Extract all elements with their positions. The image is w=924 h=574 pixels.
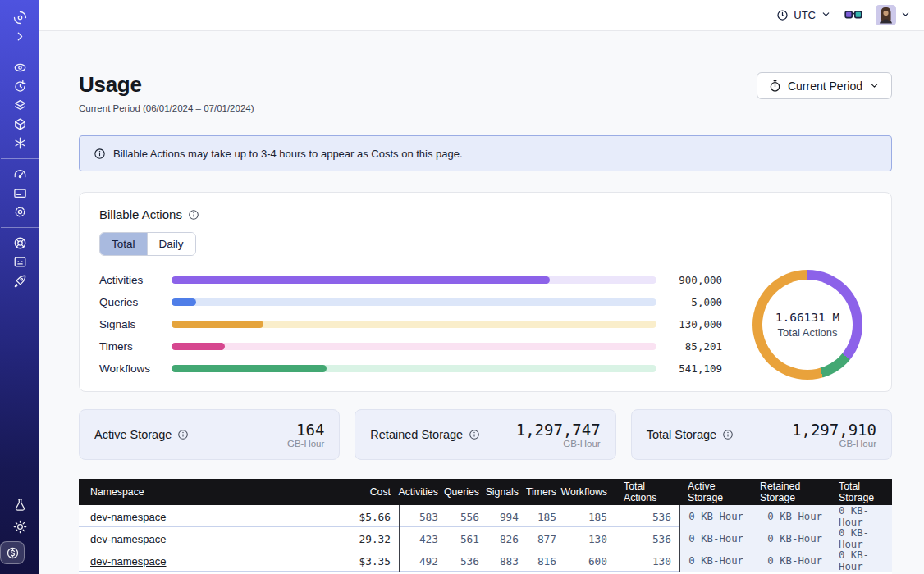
clock-icon <box>776 9 789 21</box>
column-header-total-actions: Total Actions <box>615 479 679 505</box>
cell-namespace: dev-namespace <box>79 549 325 572</box>
bar-row-workflows: Workflows541,109 <box>99 358 722 380</box>
main-content: Usage Current Period (06/01/2024 – 07/01… <box>39 31 924 574</box>
column-header-retained-storage: Retained Storage <box>752 479 830 505</box>
glasses-icon <box>844 9 862 21</box>
billing-card-icon[interactable] <box>0 184 39 203</box>
namespace-link[interactable]: dev-namespace <box>90 555 167 567</box>
bar-value: 5,000 <box>656 296 722 308</box>
chevron-down-icon <box>900 8 911 23</box>
bar-fill <box>172 276 550 284</box>
cell-signals: 826 <box>487 527 527 550</box>
billable-bar-chart: Activities900,000Queries5,000Signals130,… <box>99 269 722 380</box>
cell-namespace: dev-namespace <box>79 505 325 528</box>
chevron-right-icon[interactable] <box>0 27 39 46</box>
column-header-namespace: Namespace <box>79 479 325 505</box>
demo-glasses-button[interactable] <box>844 9 862 21</box>
bar-row-activities: Activities900,000 <box>99 269 722 291</box>
page-title: Usage <box>79 72 254 98</box>
bar-label: Timers <box>99 340 172 353</box>
cell-total-actions: 536 <box>615 505 679 528</box>
usage-coin-icon[interactable] <box>1 542 24 564</box>
bar-track <box>172 298 656 306</box>
history-clock-icon[interactable] <box>0 77 39 96</box>
column-header-timers: Timers <box>527 479 565 505</box>
cell-queries: 536 <box>446 549 487 572</box>
cell-activities: 423 <box>399 527 446 550</box>
sidebar <box>0 0 39 574</box>
column-header-cost: Cost <box>325 479 399 505</box>
cell-signals: 994 <box>487 505 527 528</box>
cell-workflows: 130 <box>565 527 615 550</box>
cell-activities: 583 <box>399 505 446 528</box>
user-menu[interactable] <box>876 5 911 25</box>
theme-sun-icon[interactable] <box>0 516 39 538</box>
bar-track <box>172 365 656 372</box>
billable-actions-card: Billable Actions TotalDaily Activities90… <box>79 192 892 392</box>
rocket-icon[interactable] <box>0 271 39 290</box>
sidebar-divider <box>1 227 39 228</box>
retained-storage-card: Retained Storage 1,297,747 GB-Hour <box>355 409 615 460</box>
timezone-select[interactable]: UTC <box>776 9 831 22</box>
cell-active-storage: 0 KB-Hour <box>679 505 752 528</box>
retained-storage-value: 1,297,747 <box>516 421 601 438</box>
total-storage-value: 1,297,910 <box>792 421 876 438</box>
gauge-icon[interactable] <box>0 165 39 184</box>
feedback-console-icon[interactable] <box>0 253 39 271</box>
bar-value: 541,109 <box>656 362 722 375</box>
table-row: dev-namespace29.324235618268771305360 KB… <box>79 527 892 549</box>
cell-timers: 816 <box>527 549 565 572</box>
cell-retained-storage: 0 KB-Hour <box>752 527 830 550</box>
cell-workflows: 600 <box>565 549 615 572</box>
layers-icon[interactable] <box>0 96 39 115</box>
eye-icon[interactable] <box>0 58 39 77</box>
lab-flask-icon[interactable] <box>0 494 39 516</box>
chevron-down-icon <box>869 80 880 91</box>
info-icon[interactable] <box>469 429 480 440</box>
column-header-active-storage: Active Storage <box>679 479 752 505</box>
cell-activities: 492 <box>399 549 446 572</box>
tab-daily[interactable]: Daily <box>147 233 195 255</box>
bar-row-timers: Timers85,201 <box>99 335 722 358</box>
info-icon[interactable] <box>722 429 734 440</box>
temporal-logo-icon[interactable] <box>0 8 39 27</box>
cell-active-storage: 0 KB-Hour <box>679 527 752 550</box>
settings-gear-icon[interactable] <box>0 203 39 221</box>
tab-total[interactable]: Total <box>100 233 147 255</box>
donut-total-label: Total Actions <box>778 326 838 339</box>
bar-fill <box>172 298 196 306</box>
sidebar-divider <box>1 52 39 52</box>
bar-track <box>172 276 656 284</box>
namespace-link[interactable]: dev-namespace <box>90 533 167 545</box>
bar-label: Queries <box>99 296 172 308</box>
cell-workflows: 185 <box>565 505 615 528</box>
namespace-usage-table: NamespaceCostActivitiesQueriesSignalsTim… <box>79 479 892 574</box>
active-nav-highlight[interactable] <box>0 541 25 564</box>
info-icon[interactable] <box>177 429 189 440</box>
avatar <box>876 5 896 25</box>
bar-value: 85,201 <box>656 340 722 353</box>
cell-queries: 556 <box>446 505 487 528</box>
namespace-link[interactable]: dev-namespace <box>90 511 167 523</box>
billable-actions-title: Billable Actions <box>99 207 182 221</box>
sidebar-divider <box>1 158 39 159</box>
period-dropdown-button[interactable]: Current Period <box>757 72 892 99</box>
cell-total-storage: 0 KB-Hour <box>830 505 892 528</box>
active-storage-card: Active Storage 164 GB-Hour <box>79 409 340 460</box>
bar-label: Activities <box>99 274 172 286</box>
cell-signals: 883 <box>487 549 527 572</box>
cell-total-actions: 536 <box>615 527 679 550</box>
topbar: UTC <box>39 0 924 31</box>
info-banner: Billable Actions may take up to 3-4 hour… <box>79 135 892 171</box>
donut-total-value: 1.66131 M <box>775 311 840 324</box>
cell-timers: 877 <box>527 527 565 550</box>
support-lifebuoy-icon[interactable] <box>0 234 39 253</box>
cube-icon[interactable] <box>0 115 39 134</box>
cell-total-storage: 0 KB-Hour <box>830 549 892 572</box>
cell-cost: $5.66 <box>325 505 399 528</box>
storage-summary-row: Active Storage 164 GB-Hour Retained Stor… <box>79 409 892 460</box>
cell-queries: 561 <box>446 527 487 550</box>
bar-track <box>172 321 656 328</box>
asterisk-icon[interactable] <box>0 134 39 153</box>
info-icon[interactable] <box>188 209 199 221</box>
